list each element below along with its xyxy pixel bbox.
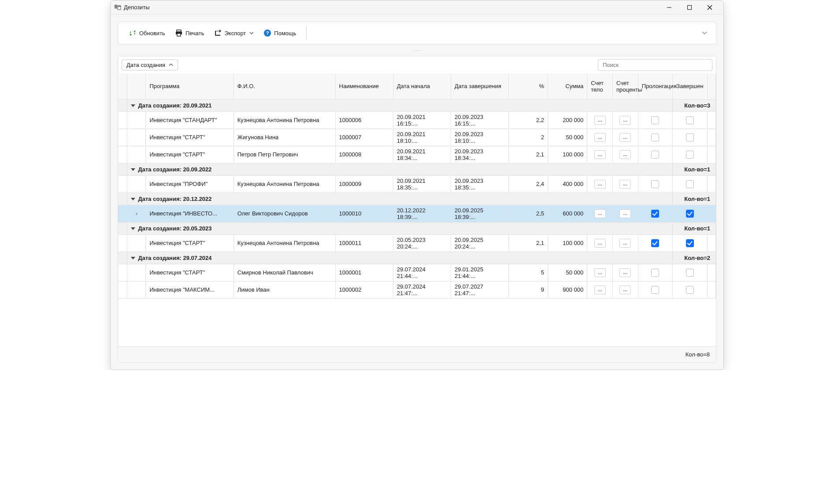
- done-checkbox[interactable]: [686, 239, 694, 247]
- row-selector[interactable]: [118, 234, 127, 252]
- cell-percent: 2,1: [508, 234, 548, 252]
- prolong-checkbox[interactable]: [651, 286, 659, 294]
- header-sum[interactable]: Сумма: [548, 74, 587, 99]
- row-selector[interactable]: [118, 129, 127, 146]
- cell-program: Инвестиция "МАКСИМ...: [146, 281, 234, 298]
- table-row[interactable]: › Инвестиция "ИНВЕСТО... Олег Викторович…: [118, 205, 716, 222]
- acct-pct-button[interactable]: ...: [619, 268, 631, 277]
- acct-pct-button[interactable]: ...: [619, 239, 631, 248]
- cell-sum: 400 000: [548, 175, 587, 193]
- group-count: Кол-во=1: [673, 222, 716, 234]
- prolong-checkbox[interactable]: [651, 180, 659, 188]
- prolong-checkbox[interactable]: [651, 269, 659, 277]
- header-percent[interactable]: %: [508, 74, 548, 99]
- header-fio[interactable]: Ф.И.О.: [234, 74, 335, 99]
- toolbar-expand-button[interactable]: [699, 27, 710, 39]
- cell-fio: Смирнов Николай Павлович: [234, 264, 335, 281]
- prolong-checkbox[interactable]: [651, 239, 659, 247]
- acct-pct-button[interactable]: ...: [619, 150, 631, 159]
- group-row[interactable]: Дата создания: 20.09.2022Кол-во=1: [118, 163, 716, 175]
- cell-percent: 9: [508, 281, 548, 298]
- table-row[interactable]: Инвестиция "СТАРТ" Петров Петр Петрович …: [118, 146, 716, 163]
- acct-pct-button[interactable]: ...: [619, 133, 631, 142]
- group-row[interactable]: Дата создания: 20.09.2021Кол-во=3: [118, 99, 716, 111]
- data-grid[interactable]: Программа Ф.И.О. Наименование Дата начал…: [118, 74, 716, 346]
- acct-body-button[interactable]: ...: [594, 116, 606, 125]
- acct-body-button[interactable]: ...: [594, 268, 606, 277]
- print-label: Печать: [185, 30, 204, 37]
- acct-pct-button[interactable]: ...: [619, 180, 631, 189]
- acct-body-button[interactable]: ...: [594, 150, 606, 159]
- cell-date-start: 20.05.2023 20:24:...: [393, 234, 451, 252]
- row-selector[interactable]: [118, 264, 127, 281]
- close-button[interactable]: [700, 0, 720, 15]
- done-checkbox[interactable]: [686, 286, 694, 294]
- acct-body-button[interactable]: ...: [594, 239, 606, 248]
- cell-name: 1000007: [335, 129, 393, 146]
- header-prolong[interactable]: Пролонгация: [638, 74, 673, 99]
- header-acct-pct[interactable]: Счет проценты: [612, 74, 638, 99]
- cell-fio: Петров Петр Петрович: [234, 146, 335, 163]
- row-selector[interactable]: [118, 146, 127, 163]
- help-button[interactable]: ? Помощь: [259, 26, 300, 40]
- svg-rect-6: [688, 5, 692, 9]
- maximize-button[interactable]: [679, 0, 700, 15]
- done-checkbox[interactable]: [686, 116, 694, 124]
- table-row[interactable]: Инвестиция "СТАРТ" Жигунова Нина 1000007…: [118, 129, 716, 146]
- svg-rect-11: [177, 33, 181, 36]
- done-checkbox[interactable]: [686, 151, 694, 159]
- acct-body-button[interactable]: ...: [594, 209, 606, 218]
- cell-program: Инвестиция "СТАРТ": [146, 264, 234, 281]
- print-button[interactable]: Печать: [171, 26, 209, 40]
- header-date-start[interactable]: Дата начала: [393, 74, 451, 99]
- cell-date-start: 20.09.2021 16:15:...: [393, 111, 451, 129]
- header-done[interactable]: Завершен: [673, 74, 708, 99]
- search-input[interactable]: [598, 59, 712, 71]
- header-name[interactable]: Наименование: [335, 74, 393, 99]
- group-row[interactable]: Дата создания: 20.12.2022Кол-во=1: [118, 193, 716, 205]
- done-checkbox[interactable]: [686, 210, 694, 218]
- group-chip-label: Дата создания: [126, 62, 165, 68]
- prolong-checkbox[interactable]: [651, 133, 659, 141]
- row-selector[interactable]: [118, 111, 127, 129]
- splitter[interactable]: ·····: [118, 48, 716, 52]
- prolong-checkbox[interactable]: [651, 116, 659, 124]
- acct-body-button[interactable]: ...: [594, 285, 606, 294]
- header-selector[interactable]: [118, 74, 127, 99]
- group-row[interactable]: Дата создания: 29.07.2024Кол-во=2: [118, 252, 716, 264]
- done-checkbox[interactable]: [686, 133, 694, 141]
- cell-pad: [707, 111, 715, 129]
- table-row[interactable]: Инвестиция "СТАРТ" Смирнов Николай Павло…: [118, 264, 716, 281]
- table-row[interactable]: Инвестиция "МАКСИМ... Лимов Иван 1000002…: [118, 281, 716, 298]
- export-button[interactable]: Экспорт: [209, 26, 258, 40]
- header-program[interactable]: Программа: [146, 74, 234, 99]
- row-selector[interactable]: [118, 281, 127, 298]
- acct-pct-button[interactable]: ...: [619, 209, 631, 218]
- prolong-checkbox[interactable]: [651, 210, 659, 218]
- done-checkbox[interactable]: [686, 180, 694, 188]
- svg-rect-9: [177, 30, 181, 32]
- acct-pct-button[interactable]: ...: [619, 285, 631, 294]
- refresh-button[interactable]: Обновить: [124, 26, 170, 40]
- row-indicator: [127, 129, 146, 146]
- cell-program: Инвестиция "СТАНДАРТ": [146, 111, 234, 129]
- group-chip[interactable]: Дата создания: [122, 59, 178, 70]
- cell-date-end: 20.09.2023 18:34:...: [451, 146, 508, 163]
- header-date-end[interactable]: Дата завершения: [451, 74, 508, 99]
- header-acct-body[interactable]: Счет тело: [587, 74, 613, 99]
- acct-body-button[interactable]: ...: [594, 180, 606, 189]
- window-title: Депозиты: [124, 4, 659, 11]
- row-indicator: [127, 281, 146, 298]
- group-row[interactable]: Дата создания: 20.05.2023Кол-во=1: [118, 222, 716, 234]
- svg-rect-2: [115, 7, 117, 8]
- table-row[interactable]: Инвестиция "СТАНДАРТ" Кузнецова Антонина…: [118, 111, 716, 129]
- acct-pct-button[interactable]: ...: [619, 116, 631, 125]
- prolong-checkbox[interactable]: [651, 151, 659, 159]
- table-row[interactable]: Инвестиция "ПРОФИ" Кузнецова Антонина Пе…: [118, 175, 716, 193]
- table-row[interactable]: Инвестиция "СТАРТ" Кузнецова Антонина Пе…: [118, 234, 716, 252]
- acct-body-button[interactable]: ...: [594, 133, 606, 142]
- row-selector[interactable]: [118, 205, 127, 222]
- row-selector[interactable]: [118, 175, 127, 193]
- minimize-button[interactable]: [659, 0, 679, 15]
- done-checkbox[interactable]: [686, 269, 694, 277]
